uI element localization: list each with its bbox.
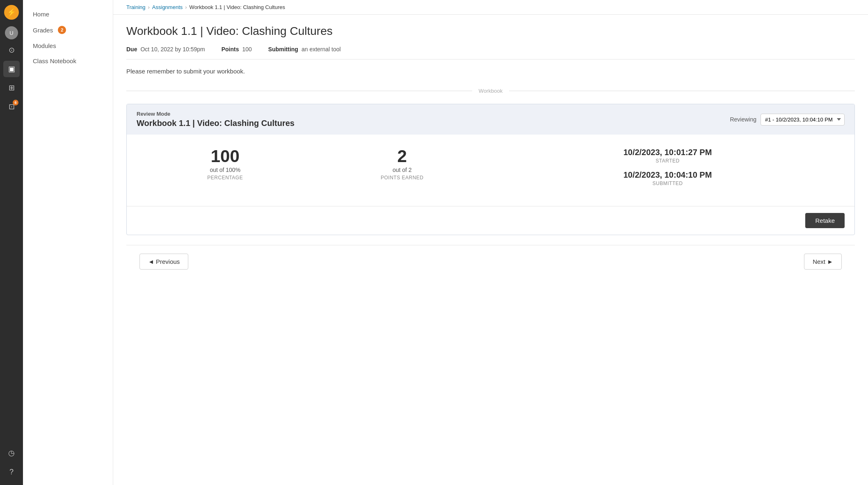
submitted-label: SUBMITTED <box>491 181 845 186</box>
stats-row: 100 out of 100% PERCENTAGE 2 out of 2 PO… <box>127 135 854 206</box>
submitting-label: Submitting <box>268 46 298 53</box>
sidebar-item-grades[interactable]: Grades 2 <box>23 22 113 38</box>
points-label: Points <box>222 46 239 53</box>
breadcrumb-sep-1: › <box>148 4 149 10</box>
points-earned-value: 2 <box>314 148 491 165</box>
sidebar-item-label: Grades <box>33 27 53 34</box>
review-mode-label: Review Mode <box>137 111 295 117</box>
submitting-meta: Submitting an external tool <box>268 46 341 53</box>
meta-bar: Due Oct 10, 2022 by 10:59pm Points 100 S… <box>126 46 855 59</box>
points-earned-stat: 2 out of 2 POINTS EARNED <box>314 148 491 181</box>
due-meta: Due Oct 10, 2022 by 10:59pm <box>126 46 205 53</box>
review-header-left: Review Mode Workbook 1.1 | Video: Clashi… <box>137 111 295 128</box>
section-divider-label: Workbook <box>472 88 509 94</box>
notebook-nav-icon[interactable]: ▣ <box>3 61 20 77</box>
points-earned-label: POINTS EARNED <box>314 175 491 181</box>
next-button[interactable]: Next ► <box>804 254 842 270</box>
news-nav-icon[interactable]: ⊡ 6 <box>3 98 20 115</box>
percentage-label: PERCENTAGE <box>137 175 314 181</box>
breadcrumb-training[interactable]: Training <box>126 4 145 10</box>
percentage-value: 100 <box>137 148 314 165</box>
review-box: Review Mode Workbook 1.1 | Video: Clashi… <box>126 104 855 235</box>
sidebar: Home Grades 2 Modules Class Notebook <box>23 0 113 485</box>
calendar-nav-icon[interactable]: ⊞ <box>3 80 20 96</box>
sidebar-item-label: Class Notebook <box>33 57 76 64</box>
percentage-sub: out of 100% <box>137 167 314 173</box>
retake-area: Retake <box>127 206 854 235</box>
page-content: Workbook 1.1 | Video: Clashing Cultures … <box>113 15 868 485</box>
app-logo[interactable]: ⚡ <box>4 5 19 20</box>
sidebar-item-label: Modules <box>33 42 56 49</box>
points-value: 100 <box>242 46 251 53</box>
sidebar-item-label: Home <box>33 11 49 18</box>
breadcrumb-current: Workbook 1.1 | Video: Clashing Cultures <box>190 4 285 10</box>
review-select[interactable]: #1 - 10/2/2023, 10:04:10 PM <box>761 114 845 126</box>
previous-button[interactable]: ◄ Previous <box>139 254 188 270</box>
breadcrumb: Training › Assignments › Workbook 1.1 | … <box>113 0 868 15</box>
sidebar-item-class-notebook[interactable]: Class Notebook <box>23 53 113 69</box>
retake-button[interactable]: Retake <box>805 213 845 228</box>
submitted-value: 10/2/2023, 10:04:10 PM <box>491 170 845 180</box>
page-title: Workbook 1.1 | Video: Clashing Cultures <box>126 25 855 38</box>
nav-bar: ◄ Previous Next ► <box>126 245 855 278</box>
section-divider: Workbook <box>126 88 855 94</box>
submitting-value: an external tool <box>302 46 341 53</box>
icon-bar: ⚡ U ⊙ ▣ ⊞ ⊡ 6 ◷ ? <box>0 0 23 485</box>
user-avatar[interactable]: U <box>5 26 18 39</box>
news-badge: 6 <box>13 100 18 105</box>
sidebar-item-home[interactable]: Home <box>23 7 113 22</box>
breadcrumb-assignments[interactable]: Assignments <box>152 4 183 10</box>
clock-nav-icon[interactable]: ⊙ <box>3 42 20 58</box>
started-value: 10/2/2023, 10:01:27 PM <box>491 148 845 157</box>
submitted-date: 10/2/2023, 10:04:10 PM SUBMITTED <box>491 170 845 186</box>
started-date: 10/2/2023, 10:01:27 PM STARTED <box>491 148 845 164</box>
due-label: Due <box>126 46 137 53</box>
review-header: Review Mode Workbook 1.1 | Video: Clashi… <box>127 104 854 135</box>
percentage-stat: 100 out of 100% PERCENTAGE <box>137 148 314 181</box>
review-header-right: Reviewing #1 - 10/2/2023, 10:04:10 PM <box>730 114 845 126</box>
points-meta: Points 100 <box>222 46 252 53</box>
history-nav-icon[interactable]: ◷ <box>3 445 20 461</box>
sidebar-item-modules[interactable]: Modules <box>23 38 113 53</box>
review-title: Workbook 1.1 | Video: Clashing Cultures <box>137 119 295 128</box>
reminder-text: Please remember to submit your workbook. <box>126 68 855 75</box>
main-content: Training › Assignments › Workbook 1.1 | … <box>113 0 868 485</box>
dates-stat: 10/2/2023, 10:01:27 PM STARTED 10/2/2023… <box>491 148 845 193</box>
help-nav-icon[interactable]: ? <box>3 464 20 480</box>
breadcrumb-sep-2: › <box>185 4 187 10</box>
reviewing-label: Reviewing <box>730 116 756 123</box>
started-label: STARTED <box>491 158 845 164</box>
due-value: Oct 10, 2022 by 10:59pm <box>140 46 205 53</box>
grades-badge: 2 <box>58 26 66 34</box>
points-earned-sub: out of 2 <box>314 167 491 173</box>
